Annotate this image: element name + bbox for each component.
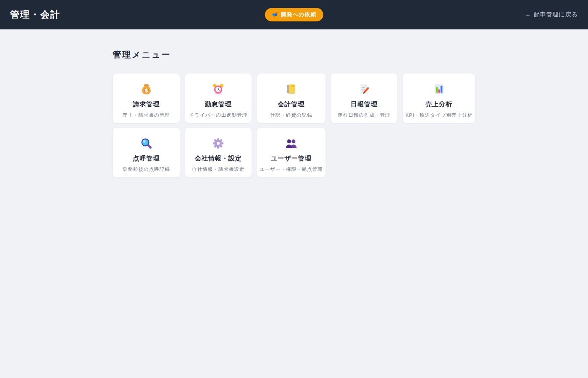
card-title: 勤怠管理 <box>205 100 232 108</box>
card-title: 日報管理 <box>351 100 378 108</box>
menu-card[interactable]: 会計管理 仕訳・経費の記録 <box>257 73 326 123</box>
card-subtitle: 乗務前後の点呼記録 <box>123 166 170 173</box>
menu-card[interactable]: 売上分析 KPI・輸送タイプ別売上分析 <box>402 73 475 123</box>
card-title: 売上分析 <box>425 100 452 108</box>
card-title: 会社情報・設定 <box>195 155 242 163</box>
card-subtitle: 仕訳・経費の記録 <box>270 112 312 118</box>
card-title: 請求管理 <box>133 100 160 108</box>
menu-card[interactable]: ユーザー管理 ユーザー・権限・拠点管理 <box>257 127 326 178</box>
menu-card[interactable]: 日報管理 運行日報の作成・管理 <box>331 73 398 123</box>
dev-request-button[interactable]: 開発への依頼 <box>265 8 323 21</box>
app-header: 管理・会計 開発への依頼 ← 配車管理に戻る <box>0 0 588 29</box>
mailbox-icon <box>272 12 278 18</box>
users-icon <box>285 137 298 150</box>
alarm-clock-icon <box>212 83 225 96</box>
dev-request-button-label: 開発への依頼 <box>281 11 317 18</box>
gear-icon <box>212 137 225 150</box>
card-subtitle: ユーザー・権限・拠点管理 <box>260 166 323 173</box>
card-subtitle: 運行日報の作成・管理 <box>338 112 390 118</box>
back-to-dispatch-link[interactable]: ← 配車管理に戻る <box>525 11 578 18</box>
menu-grid: $ 請求管理 売上・請求書の管理 勤怠管理 ドライバーの出退勤管理 会計管理 仕… <box>113 73 475 178</box>
magnifying-glass-icon <box>140 137 153 150</box>
svg-text:$: $ <box>144 88 148 94</box>
main-content: 管理メニュー $ 請求管理 売上・請求書の管理 勤怠管理 ドライバーの出退勤管理… <box>0 29 588 194</box>
card-title: ユーザー管理 <box>271 155 312 163</box>
card-subtitle: KPI・輸送タイプ別売上分析 <box>405 112 472 118</box>
card-subtitle: 売上・請求書の管理 <box>123 112 170 118</box>
money-bag-icon: $ <box>140 83 153 96</box>
main-container: 管理メニュー $ 請求管理 売上・請求書の管理 勤怠管理 ドライバーの出退勤管理… <box>106 29 482 194</box>
menu-card[interactable]: 会社情報・設定 自社情報・請求書設定 <box>185 127 252 178</box>
menu-card[interactable]: $ 請求管理 売上・請求書の管理 <box>113 73 180 123</box>
card-subtitle: ドライバーの出退勤管理 <box>189 112 247 118</box>
ledger-icon <box>285 83 298 96</box>
memo-pencil-icon <box>357 83 370 96</box>
card-title: 会計管理 <box>278 100 304 108</box>
page-title: 管理・会計 <box>10 8 60 21</box>
bar-chart-icon <box>433 83 446 96</box>
menu-card[interactable]: 点呼管理 乗務前後の点呼記録 <box>113 127 180 178</box>
menu-heading: 管理メニュー <box>113 49 475 60</box>
menu-card[interactable]: 勤怠管理 ドライバーの出退勤管理 <box>185 73 252 123</box>
header-center: 開発への依頼 <box>265 8 323 21</box>
card-title: 点呼管理 <box>133 155 160 163</box>
card-subtitle: 自社情報・請求書設定 <box>192 166 244 173</box>
